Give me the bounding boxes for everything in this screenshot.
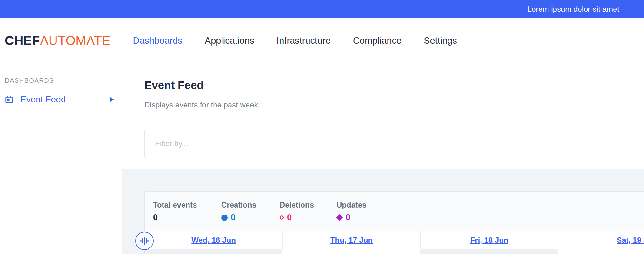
page-subtitle: Displays events for the past week. <box>144 100 644 109</box>
nav-applications[interactable]: Applications <box>205 35 254 46</box>
nav-compliance[interactable]: Compliance <box>353 35 402 46</box>
day-column-header: Sat, 19 Jun <box>558 231 644 249</box>
announcement-banner: Lorem ipsum dolor sit amet <box>0 0 644 18</box>
sidebar-item-event-feed[interactable]: Event Feed <box>5 94 114 105</box>
chef-automate-logo[interactable]: CHEFAUTOMATE <box>5 34 110 48</box>
deletions-ring-icon <box>280 215 284 220</box>
equalizer-icon <box>140 236 149 246</box>
stat-value: 0 <box>287 213 292 222</box>
stat-total-events: Total events 0 <box>153 201 221 231</box>
stat-updates: Updates 0 <box>336 201 367 231</box>
event-feed-page: Event Feed Displays events for the past … <box>122 63 644 257</box>
timeline-strings-row <box>145 249 644 254</box>
stat-label: Updates <box>336 201 367 209</box>
logo-automate-text: AUTOMATE <box>40 34 111 48</box>
calendar-icon <box>5 95 13 104</box>
creations-dot-icon <box>221 215 228 221</box>
content-area: DASHBOARDS Event Feed Event Feed Display… <box>0 63 644 257</box>
string-cell <box>558 249 644 254</box>
logo-chef-text: CHEF <box>5 34 40 48</box>
day-link-thu[interactable]: Thu, 17 Jun <box>330 236 373 245</box>
day-link-fri[interactable]: Fri, 18 Jun <box>470 236 508 245</box>
event-counts-card: Total events 0 Creations 0 Deletions <box>144 191 644 254</box>
stat-label: Deletions <box>280 201 336 209</box>
sidebar: DASHBOARDS Event Feed <box>0 63 122 257</box>
nav-dashboards[interactable]: Dashboards <box>133 35 182 46</box>
filter-input[interactable] <box>144 129 644 158</box>
string-cell <box>420 249 558 254</box>
string-cell <box>282 249 420 254</box>
main-nav: Dashboards Applications Infrastructure C… <box>133 35 457 46</box>
sidebar-section-title: DASHBOARDS <box>5 77 122 84</box>
nav-settings[interactable]: Settings <box>424 35 457 46</box>
event-counts-row: Total events 0 Creations 0 Deletions <box>145 192 644 231</box>
string-cell <box>145 249 282 254</box>
stat-value: 0 <box>153 213 158 222</box>
day-column-header: Thu, 17 Jun <box>282 231 420 249</box>
page-title: Event Feed <box>144 79 644 92</box>
timeline-toggle-button[interactable] <box>135 232 154 250</box>
stat-creations: Creations 0 <box>221 201 280 231</box>
stat-label: Creations <box>221 201 280 209</box>
nav-infrastructure[interactable]: Infrastructure <box>276 35 331 46</box>
event-feed-panel: Total events 0 Creations 0 Deletions <box>122 169 644 254</box>
stat-value: 0 <box>346 213 350 222</box>
stat-value: 0 <box>231 213 236 222</box>
timeline-header-row: Wed, 16 Jun Thu, 17 Jun Fri, 18 Jun Sat,… <box>145 231 644 249</box>
app-header: CHEFAUTOMATE Dashboards Applications Inf… <box>0 18 644 63</box>
updates-diamond-icon <box>336 214 343 221</box>
day-column-header: Fri, 18 Jun <box>420 231 558 249</box>
announcement-text: Lorem ipsum dolor sit amet <box>528 5 619 14</box>
filter-bar <box>144 129 644 158</box>
day-column-header: Wed, 16 Jun <box>145 231 282 249</box>
stat-label: Total events <box>153 201 221 209</box>
stat-deletions: Deletions 0 <box>280 201 336 231</box>
sidebar-item-label: Event Feed <box>20 94 66 105</box>
chevron-right-icon <box>110 97 114 102</box>
day-link-sat[interactable]: Sat, 19 Jun <box>617 236 644 245</box>
day-link-wed[interactable]: Wed, 16 Jun <box>191 236 236 245</box>
